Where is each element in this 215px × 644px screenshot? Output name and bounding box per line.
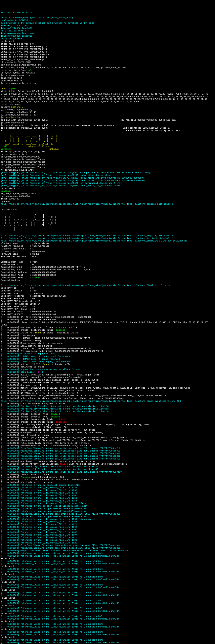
terminal-output: ets Jun 8 2016 00:22:57 rst:0x1 (POWERON… <box>1 11 214 644</box>
